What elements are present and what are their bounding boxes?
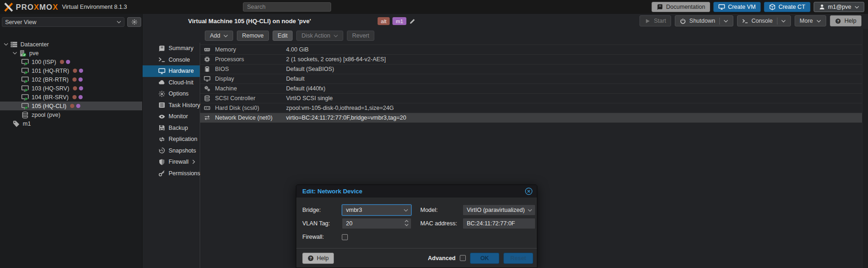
- chevron-down-icon[interactable]: [724, 19, 728, 23]
- console-button[interactable]: Console: [737, 15, 791, 26]
- reset-button[interactable]: Reset: [503, 253, 533, 264]
- create-ct-button[interactable]: Create CT: [764, 2, 810, 12]
- hardware-row-processors[interactable]: Processors2 (1 sockets, 2 cores) [x86-64…: [200, 55, 862, 64]
- search-input[interactable]: [243, 2, 331, 12]
- tab-firewall[interactable]: Firewall: [143, 156, 200, 168]
- ok-button[interactable]: OK: [470, 253, 499, 264]
- proxmox-logo: PROXMOX Virtual Environment 8.1.3: [4, 2, 127, 12]
- help-button[interactable]: ?Help: [830, 15, 861, 26]
- tab-label: Snapshots: [169, 147, 196, 154]
- book-icon: [657, 4, 663, 10]
- chevron-down-icon[interactable]: [781, 19, 786, 23]
- tab-hardware[interactable]: Hardware: [143, 65, 200, 77]
- tree-item-104-br-srv[interactable]: 104 (BR-SRV): [0, 93, 142, 102]
- replication-icon: [158, 136, 165, 143]
- expander-chevron-down-icon[interactable]: [4, 43, 8, 46]
- tab-replication[interactable]: Replication: [143, 134, 200, 145]
- dialog-footer: ? Help Advanced OK Reset: [296, 248, 537, 268]
- vlan-tag-input[interactable]: [346, 220, 407, 227]
- hardware-row-memory[interactable]: Memory4.00 GiB: [200, 45, 862, 55]
- more-button[interactable]: More: [795, 15, 826, 26]
- machine-icon: [204, 85, 210, 92]
- chevron-down-icon: [117, 20, 121, 24]
- chevron-down-icon: [223, 34, 228, 38]
- user-menu-button[interactable]: m1@pve: [814, 2, 864, 12]
- bios-icon: [204, 66, 210, 72]
- hardware-row-label: Machine: [215, 85, 286, 92]
- tree-item-103-hq-srv[interactable]: 103 (HQ-SRV): [0, 84, 142, 93]
- vm-icon: [21, 94, 29, 101]
- hardware-row-scsi-controller[interactable]: SCSI ControllerVirtIO SCSI single: [200, 94, 862, 103]
- tree-settings-button[interactable]: [127, 17, 141, 27]
- floppy-icon: [158, 124, 165, 131]
- hardware-row-hard-disk-scsi0[interactable]: Hard Disk (scsi0)zpool:vm-105-disk-0,iot…: [200, 103, 862, 113]
- dialog-header[interactable]: Edit: Network Device: [296, 185, 537, 198]
- mac-address-input[interactable]: [467, 220, 531, 227]
- list-icon: [158, 102, 165, 108]
- start-button[interactable]: Start: [640, 15, 671, 26]
- tab-task-history[interactable]: Task History: [143, 100, 200, 111]
- tree-item-datacenter[interactable]: Datacenter: [0, 40, 142, 49]
- remove-button[interactable]: Remove: [237, 31, 269, 41]
- tab-permissions[interactable]: Permissions: [143, 168, 200, 179]
- shutdown-button[interactable]: Shutdown: [675, 15, 733, 26]
- bridge-select[interactable]: vmbr3: [342, 204, 411, 216]
- dialog-help-button[interactable]: ? Help: [302, 253, 334, 264]
- tree-item-label: 100 (ISP): [32, 59, 56, 65]
- tree-item-label: pve: [29, 50, 39, 57]
- advanced-checkbox[interactable]: [460, 255, 466, 261]
- revert-button[interactable]: Revert: [347, 31, 374, 41]
- hardware-row-label: Hard Disk (scsi0): [215, 105, 286, 111]
- tree-item-pve[interactable]: pve: [0, 49, 142, 57]
- person-icon: [819, 4, 825, 10]
- close-icon[interactable]: [525, 187, 533, 195]
- tree-item-label: m1: [23, 121, 31, 127]
- tree-item-m1[interactable]: m1: [0, 119, 142, 128]
- hardware-row-machine[interactable]: MachineDefault (i440fx): [200, 84, 862, 94]
- hardware-row-value: virtio=BC:24:11:72:77:0F,bridge=vmbr3,ta…: [286, 115, 406, 121]
- tag-dot: [66, 60, 70, 64]
- expander-chevron-down-icon[interactable]: [13, 51, 17, 55]
- tree-item-label: Datacenter: [20, 41, 49, 48]
- tab-label: Summary: [169, 45, 193, 51]
- vm-tag-m1: m1: [392, 17, 406, 25]
- tab-console[interactable]: Console: [143, 54, 200, 66]
- add-button[interactable]: Add: [205, 31, 233, 41]
- svg-text:?: ?: [309, 255, 312, 260]
- tree-item-100-isp[interactable]: 100 (ISP): [0, 57, 142, 66]
- tab-monitor[interactable]: Monitor: [143, 111, 200, 122]
- hardware-row-bios[interactable]: BIOSDefault (SeaBIOS): [200, 64, 862, 74]
- edit-button[interactable]: Edit: [273, 31, 293, 41]
- bridge-label: Bridge:: [302, 207, 342, 213]
- create-vm-button[interactable]: Create VM: [713, 2, 761, 12]
- tree-item-105-hq-cli[interactable]: 105 (HQ-CLI): [0, 102, 142, 110]
- tab-cloud-init[interactable]: Cloud-Init: [143, 77, 200, 89]
- tree-item-102-br-rtr[interactable]: 102 (BR-RTR): [0, 75, 142, 84]
- tab-backup[interactable]: Backup: [143, 122, 200, 134]
- model-select[interactable]: VirtIO (paravirtualized): [463, 204, 535, 216]
- power-icon: [680, 18, 686, 24]
- chevron-down-icon[interactable]: [405, 223, 409, 226]
- tree-item-101-hq-rtr[interactable]: 101 (HQ-RTR): [0, 66, 142, 75]
- revert-label: Revert: [352, 32, 369, 39]
- tab-snapshots[interactable]: Snapshots: [143, 145, 200, 157]
- tree-item-label: 101 (HQ-RTR): [32, 68, 69, 74]
- hardware-row-display[interactable]: DisplayDefault: [200, 74, 862, 84]
- vm-menu: SummaryConsoleHardwareCloud-InitOptionsT…: [143, 43, 200, 268]
- chevron-down-icon: [528, 209, 532, 212]
- firewall-checkbox[interactable]: [342, 234, 348, 240]
- tree-item-zpool-pve[interactable]: zpool (pve): [0, 110, 142, 119]
- tab-summary[interactable]: Summary: [143, 43, 200, 54]
- hardware-row-label: Processors: [215, 56, 286, 63]
- view-selector[interactable]: Server View: [2, 17, 124, 27]
- disk-action-button[interactable]: Disk Action: [296, 31, 343, 41]
- hardware-row-network-device-net0[interactable]: Network Device (net0)virtio=BC:24:11:72:…: [200, 113, 862, 123]
- scrollbar[interactable]: [862, 29, 868, 268]
- chevron-down-icon: [404, 209, 408, 212]
- edit-tags-pencil-icon[interactable]: [409, 18, 416, 25]
- tag-dot: [72, 77, 77, 82]
- tab-options[interactable]: Options: [143, 88, 200, 100]
- documentation-button[interactable]: Documentation: [652, 2, 710, 12]
- number-spinner[interactable]: [405, 220, 409, 226]
- chevron-up-icon[interactable]: [405, 220, 409, 223]
